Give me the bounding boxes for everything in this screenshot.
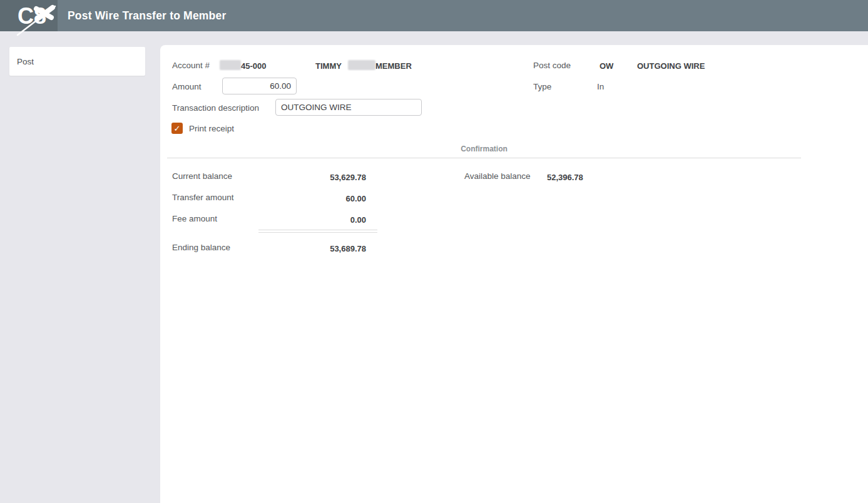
ending-balance-label: Ending balance bbox=[172, 243, 230, 252]
account-label: Account # bbox=[172, 61, 210, 70]
ending-balance-value: 53,689.78 bbox=[258, 244, 366, 253]
type-value: In bbox=[597, 82, 604, 91]
fee-amount-value: 0.00 bbox=[258, 215, 366, 225]
amount-label: Amount bbox=[172, 82, 202, 91]
type-label: Type bbox=[533, 82, 551, 91]
confirmation-divider bbox=[167, 158, 801, 158]
transaction-description-input[interactable] bbox=[275, 99, 422, 116]
main-panel bbox=[160, 45, 868, 503]
cbx-logo-icon: C8 bbox=[0, 0, 58, 36]
post-code-value: OW bbox=[600, 61, 613, 71]
page: C8 Post Wire Transfer to Member Post Acc… bbox=[0, 0, 868, 503]
account-number-redacted bbox=[220, 60, 241, 70]
transfer-amount-value: 60.00 bbox=[258, 194, 366, 203]
available-balance-value: 52,396.78 bbox=[547, 173, 583, 182]
transfer-amount-label: Transfer amount bbox=[172, 193, 234, 202]
confirmation-section-title: Confirmation bbox=[167, 145, 801, 153]
current-balance-value: 53,629.78 bbox=[258, 173, 366, 182]
page-title: Post Wire Transfer to Member bbox=[68, 0, 226, 31]
header-bar: C8 Post Wire Transfer to Member bbox=[0, 0, 868, 31]
account-name-redacted bbox=[348, 60, 375, 70]
print-receipt-label: Print receipt bbox=[189, 124, 234, 133]
print-receipt-checkbox[interactable]: ✓ bbox=[171, 123, 183, 134]
account-number-suffix: 45-000 bbox=[241, 61, 266, 71]
post-code-label: Post code bbox=[533, 61, 571, 70]
transaction-description-label: Transaction description bbox=[172, 103, 259, 113]
sidebar-item-post[interactable]: Post bbox=[9, 47, 145, 76]
logo-container: C8 bbox=[0, 0, 58, 31]
fee-amount-label: Fee amount bbox=[172, 214, 217, 223]
account-name-first: TIMMY bbox=[315, 61, 342, 71]
checkmark-icon: ✓ bbox=[174, 124, 181, 133]
post-code-description: OUTGOING WIRE bbox=[637, 61, 705, 71]
amount-input[interactable] bbox=[222, 78, 297, 94]
subtotal-rule bbox=[258, 230, 377, 233]
available-balance-label: Available balance bbox=[464, 171, 531, 181]
sidebar-item-label: Post bbox=[17, 57, 34, 66]
account-name-last: MEMBER bbox=[375, 61, 412, 71]
current-balance-label: Current balance bbox=[172, 171, 232, 181]
